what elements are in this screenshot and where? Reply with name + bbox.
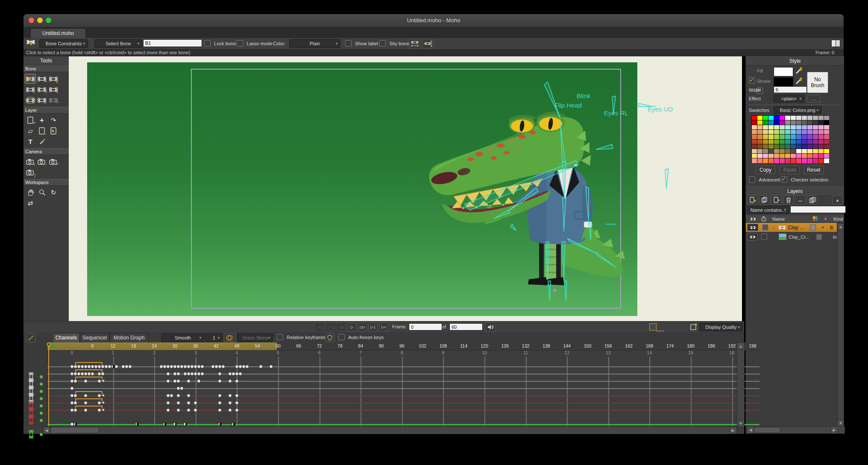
palette-swatch[interactable] [768,120,774,125]
keyframe[interactable] [187,408,191,412]
palette-swatch[interactable] [824,116,829,120]
palette-swatch[interactable] [752,140,757,144]
track-enabled-dot[interactable] [40,397,43,400]
playhead-line[interactable] [48,342,49,426]
palette-swatch[interactable] [768,130,774,134]
keyframe-half[interactable] [232,422,235,426]
palette-swatch[interactable] [768,154,774,158]
track-enabled-dot[interactable] [40,419,43,422]
keyframe[interactable] [84,401,88,405]
palette-swatch[interactable] [763,158,768,163]
palette-swatch[interactable] [802,130,807,134]
keyframe-half[interactable] [73,422,77,426]
keyframe[interactable] [97,394,101,398]
palette-swatch[interactable] [785,130,790,134]
palette-swatch[interactable] [752,130,757,134]
keyframe[interactable] [194,408,197,412]
palette-swatch[interactable] [813,120,818,125]
palette-swatch[interactable] [796,135,801,139]
cycle-marker[interactable] [75,391,103,392]
advanced-checkbox[interactable] [749,176,755,183]
timeline-tracks[interactable]: ◀◀◀◀◀◀ [47,357,760,426]
palette-swatch[interactable] [791,140,796,144]
child-bones-tool[interactable]: + [48,85,59,94]
palette-swatch[interactable] [780,116,785,120]
keyframe-half[interactable] [135,422,139,426]
keyframe[interactable] [176,379,180,383]
keyframe[interactable] [200,365,204,368]
palette-swatch[interactable] [802,158,807,163]
bone-label-flip-head[interactable]: Flip Head [554,102,582,109]
no-brush-button[interactable]: No Brush [807,72,828,93]
track-enabled-dot[interactable] [40,404,43,407]
palette-swatch[interactable] [796,158,801,163]
palette-swatch[interactable] [802,140,807,144]
keyframe[interactable] [218,372,222,376]
palette-swatch[interactable] [752,154,757,158]
palette-swatch[interactable] [796,140,801,144]
palette-swatch[interactable] [807,154,812,158]
jump-end-button[interactable]: ▷○ [379,323,388,331]
transform-bone-tool[interactable]: → [36,95,47,105]
keyframe[interactable] [97,401,101,405]
keyframe[interactable] [218,394,222,398]
auto-freeze-checkbox[interactable] [338,334,345,340]
tab-motion-graph[interactable]: Motion Graph [110,333,148,342]
palette-swatch[interactable] [813,144,818,149]
duplicate-layer-button[interactable] [759,195,770,205]
shear-layer-tool[interactable]: ▱ [25,126,36,136]
flip-layer-tool[interactable]: → [36,126,47,136]
cycle-marker[interactable] [75,369,103,370]
keyframe[interactable] [228,408,232,412]
set-origin-tool[interactable]: + [36,115,47,125]
reference-layer-button[interactable] [771,195,782,205]
palette-swatch[interactable] [824,144,829,149]
palette-swatch[interactable] [757,144,762,149]
checker-selection-checkbox[interactable] [781,176,787,183]
keyframe[interactable] [166,401,170,405]
play-start-marker[interactable] [51,343,56,349]
palette-swatch[interactable] [791,149,796,153]
timeline-ruler[interactable]: 6121824303642485460667278849096102108114… [47,342,760,351]
keyframe[interactable] [200,372,204,376]
palette-swatch[interactable] [780,125,785,129]
palette-swatch[interactable] [768,149,774,153]
palette-swatch[interactable] [763,149,768,153]
keyframe[interactable] [228,401,232,405]
tool-options-dropdown[interactable]: Bone Constraints▼ [39,39,88,48]
keyframe[interactable] [73,394,77,398]
palette-swatch[interactable] [802,125,807,129]
palette-swatch[interactable] [763,135,768,139]
keyframe[interactable] [238,372,242,376]
keyframe[interactable] [245,365,249,368]
expand-timeline-button[interactable] [26,333,35,342]
palette-swatch[interactable] [752,125,757,129]
palette-swatch[interactable] [824,149,829,153]
palette-swatch[interactable] [780,144,785,149]
palette-swatch[interactable] [796,120,801,125]
transform-layer-tool[interactable]: + [25,115,36,125]
palette-swatch[interactable] [796,149,801,153]
palette-swatch[interactable] [763,140,768,144]
palette-swatch[interactable] [796,116,801,120]
tab-sequencer[interactable]: Sequencer [80,333,110,342]
layer-row-clay[interactable]: ▶ Clay ... ▼ B [746,223,837,232]
keyframe[interactable] [97,408,101,412]
palette-swatch[interactable] [818,120,824,125]
layer-channel-track-icon[interactable] [28,430,34,439]
keyframe[interactable] [218,408,222,412]
palette-swatch[interactable] [752,158,757,163]
palette-swatch[interactable] [785,154,790,158]
collapse-layers-button[interactable]: ▲ [832,195,843,205]
palette-swatch[interactable] [791,120,796,125]
palette-swatch[interactable] [818,125,824,129]
keyframe[interactable] [180,386,184,390]
keyframe[interactable] [176,401,180,405]
current-frame-input[interactable]: 0 [409,323,442,330]
palette-swatch[interactable] [807,144,812,149]
stretch-bone-toggle[interactable] [409,39,420,49]
keyframe[interactable] [114,365,118,368]
palette-swatch[interactable] [813,135,818,139]
palette-swatch[interactable] [802,120,807,125]
track-camera-tool[interactable]: + [25,157,36,167]
